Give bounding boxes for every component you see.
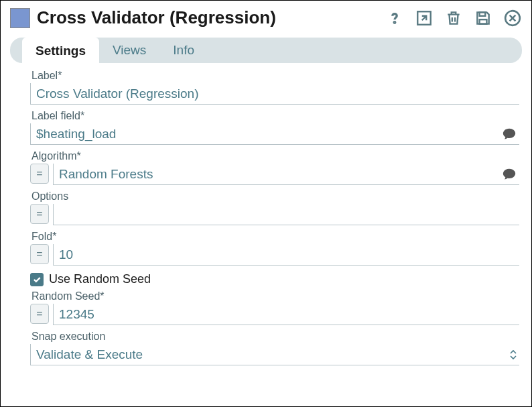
help-icon[interactable] [385, 9, 404, 27]
field-snap-execution: Snap execution [30, 331, 519, 365]
label-label: Label* [30, 70, 519, 82]
fold-input[interactable] [53, 244, 519, 266]
label-field-input[interactable] [30, 123, 519, 145]
save-icon[interactable] [474, 9, 492, 27]
close-icon[interactable] [503, 9, 522, 27]
label-field-label: Label field* [30, 110, 519, 122]
titlebar-actions [385, 9, 522, 27]
field-algorithm: Algorithm* = [30, 150, 519, 185]
svg-rect-3 [480, 19, 487, 23]
color-swatch [10, 8, 30, 28]
titlebar: Cross Validator (Regression) [1, 1, 531, 34]
use-random-seed-label: Use Random Seed [49, 272, 151, 286]
settings-content: Label* Label field* Algorithm* [1, 63, 531, 406]
options-input[interactable] [53, 204, 519, 225]
select-spinner[interactable] [510, 350, 517, 360]
expression-button[interactable]: = [30, 204, 49, 224]
expression-button[interactable]: = [30, 244, 49, 264]
random-seed-label: Random Seed* [30, 290, 519, 302]
suggest-icon[interactable] [502, 127, 517, 141]
svg-point-0 [394, 21, 395, 23]
field-fold: Fold* = [30, 231, 519, 266]
dialog-title: Cross Validator (Regression) [37, 7, 379, 28]
suggest-icon[interactable] [502, 167, 517, 182]
snap-execution-select[interactable] [30, 344, 519, 365]
tab-settings[interactable]: Settings [22, 38, 99, 64]
field-label-field: Label field* [30, 110, 519, 145]
tab-info[interactable]: Info [159, 38, 208, 63]
algorithm-input[interactable] [53, 164, 519, 185]
svg-rect-2 [480, 12, 486, 15]
random-seed-input[interactable] [53, 304, 519, 325]
snap-execution-label: Snap execution [30, 331, 519, 343]
fold-label: Fold* [30, 231, 519, 243]
dialog-panel: Cross Validator (Regression) Settings Vi… [0, 0, 532, 407]
field-random-seed: Random Seed* = [30, 290, 519, 325]
export-icon[interactable] [415, 9, 434, 27]
field-options: Options = [30, 190, 519, 225]
algorithm-label: Algorithm* [30, 150, 519, 162]
tab-bar: Settings Views Info [10, 38, 522, 63]
expression-button[interactable]: = [30, 304, 49, 324]
expression-button[interactable]: = [30, 164, 49, 184]
delete-icon[interactable] [444, 9, 463, 27]
options-label: Options [30, 190, 519, 202]
field-label: Label* [30, 70, 519, 105]
use-random-seed-row: Use Random Seed [30, 272, 519, 286]
use-random-seed-checkbox[interactable] [30, 273, 44, 286]
label-input[interactable] [30, 83, 519, 105]
tab-views[interactable]: Views [99, 38, 159, 63]
